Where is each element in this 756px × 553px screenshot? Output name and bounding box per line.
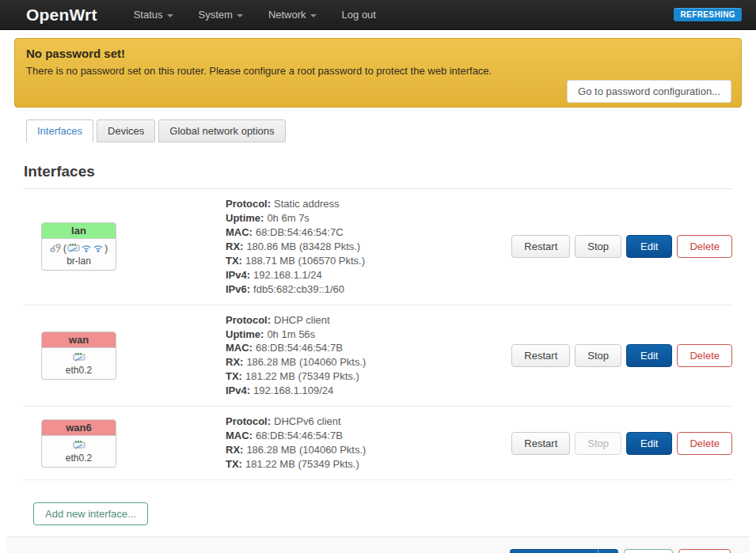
detail-value: 0h 1m 56s: [267, 328, 315, 340]
detail-value: 192.168.1.1/24: [253, 269, 322, 281]
interface-zone-header: wan6: [42, 420, 116, 436]
interface-device-icons: ( ): [44, 241, 114, 255]
interface-box-body: eth0.2: [42, 436, 116, 467]
delete-button-lan[interactable]: Delete: [677, 235, 732, 258]
detail-value: 68:DB:54:46:54:7B: [256, 430, 343, 441]
interface-row-wan: wan eth0.2 Protocol:DHCP client Uptime:0…: [24, 305, 732, 407]
no-password-alert: No password set! There is no password se…: [14, 38, 742, 108]
stop-button-wan6[interactable]: Stop: [575, 432, 621, 455]
ethernet-icon: [50, 243, 63, 253]
interface-device-icons: [44, 438, 114, 452]
menu-logout[interactable]: Log out: [332, 4, 386, 25]
interface-box-body: eth0.2: [42, 348, 116, 379]
interface-box-column: wan eth0.2: [24, 331, 226, 380]
interface-details: Protocol:Static address Uptime:0h 6m 7s …: [226, 197, 511, 297]
detail-value: 186.28 MB (104060 Pkts.): [246, 444, 366, 456]
interface-actions: Restart Stop Edit Delete: [511, 344, 732, 367]
main-menu: Status System Network Log out: [124, 4, 674, 25]
interface-device-icons: [44, 350, 114, 364]
interface-name: wan: [69, 334, 89, 346]
interface-row-lan: lan ( ) br-lan Protocol:Static address: [24, 189, 732, 305]
add-new-interface-button[interactable]: Add new interface...: [33, 502, 148, 525]
detail-value: 68:DB:54:46:54:7B: [256, 342, 343, 354]
interface-box-wan: wan eth0.2: [41, 331, 116, 380]
detail-value: 68:DB:54:46:54:7C: [256, 226, 344, 238]
interface-box-column: wan6 eth0.2: [24, 419, 226, 468]
page-actions-bar: Save & Apply Save Reset: [6, 536, 750, 553]
bracket-close: ): [104, 242, 108, 254]
page-title: Interfaces: [24, 163, 732, 189]
detail-label: IPv4:: [226, 384, 250, 396]
detail-label: MAC:: [226, 342, 253, 354]
interface-name: lan: [71, 225, 86, 237]
edit-button-wan[interactable]: Edit: [626, 344, 672, 367]
detail-label: TX:: [226, 370, 242, 382]
menu-logout-label: Log out: [342, 9, 376, 21]
interface-device-name: eth0.2: [44, 365, 114, 376]
main-content: No password set! There is no password se…: [0, 38, 756, 553]
detail-value: 188.71 MB (106570 Pkts.): [245, 255, 365, 267]
brand-logo[interactable]: OpenWrt: [26, 6, 97, 25]
detail-value: fdb5:682:cb39::1/60: [253, 283, 344, 295]
save-apply-dropdown-button[interactable]: [598, 549, 618, 553]
interface-row-wan6: wan6 eth0.2 Protocol:DHCPv6 client MAC:6…: [24, 407, 732, 480]
interface-name: wan6: [66, 422, 92, 434]
save-apply-split-button: Save & Apply: [510, 549, 619, 553]
detail-value: DHCPv6 client: [274, 415, 341, 427]
delete-button-wan6[interactable]: Delete: [677, 432, 732, 455]
wifi-icon: [81, 243, 92, 253]
detail-label: Protocol:: [226, 314, 271, 326]
detail-label: MAC:: [226, 430, 253, 441]
interface-zone-header: lan: [42, 223, 116, 239]
restart-button-lan[interactable]: Restart: [511, 235, 570, 258]
switch-icon: [73, 352, 85, 362]
detail-label: RX:: [226, 241, 243, 252]
interface-actions: Restart Stop Edit Delete: [511, 432, 732, 455]
interface-box-wan6: wan6 eth0.2: [41, 419, 116, 468]
save-button[interactable]: Save: [624, 549, 673, 553]
network-tabs: Interfaces Devices Global network option…: [26, 119, 732, 142]
go-to-password-configuration-button[interactable]: Go to password configuration...: [567, 80, 731, 103]
restart-button-wan[interactable]: Restart: [511, 344, 570, 367]
interface-actions: Restart Stop Edit Delete: [511, 235, 732, 258]
bracket-open: (: [63, 242, 66, 254]
interface-details: Protocol:DHCP client Uptime:0h 1m 56s MA…: [226, 313, 511, 399]
detail-value: 186.28 MB (104060 Pkts.): [246, 356, 366, 368]
save-apply-button[interactable]: Save & Apply: [510, 549, 598, 553]
menu-status-label: Status: [134, 9, 163, 21]
interface-details: Protocol:DHCPv6 client MAC:68:DB:54:46:5…: [226, 415, 511, 472]
edit-button-wan6[interactable]: Edit: [626, 432, 672, 455]
detail-label: Protocol:: [226, 415, 271, 427]
wifi-icon: [93, 243, 104, 253]
detail-value: 180.86 MB (83428 Pkts.): [246, 241, 360, 252]
tab-interfaces[interactable]: Interfaces: [26, 119, 93, 142]
detail-value: DHCP client: [274, 314, 330, 326]
detail-label: TX:: [226, 255, 242, 267]
menu-status[interactable]: Status: [124, 4, 183, 25]
refreshing-status-badge[interactable]: REFRESHING: [674, 8, 742, 21]
delete-button-wan[interactable]: Delete: [677, 344, 732, 367]
tab-devices[interactable]: Devices: [97, 119, 155, 142]
detail-value: 181.22 MB (75349 Pkts.): [245, 458, 359, 470]
alert-message: There is no password set on this router.…: [26, 65, 730, 77]
reset-button[interactable]: Reset: [678, 549, 731, 553]
detail-label: RX:: [226, 356, 243, 368]
detail-label: Protocol:: [226, 198, 271, 210]
detail-label: RX:: [226, 444, 243, 456]
detail-value: 0h 6m 7s: [267, 212, 309, 224]
menu-system[interactable]: System: [189, 4, 253, 25]
restart-button-wan6[interactable]: Restart: [511, 432, 570, 455]
chevron-down-icon: [237, 14, 243, 17]
detail-value: 181.22 MB (75349 Pkts.): [245, 370, 359, 382]
stop-button-wan[interactable]: Stop: [575, 344, 621, 367]
menu-system-label: System: [199, 9, 233, 21]
edit-button-lan[interactable]: Edit: [626, 235, 672, 258]
menu-network-label: Network: [268, 9, 306, 21]
interface-box-body: ( ) br-lan: [42, 239, 116, 270]
detail-label: MAC:: [226, 226, 253, 238]
detail-value: 192.168.1.109/24: [253, 384, 333, 396]
stop-button-lan[interactable]: Stop: [575, 235, 621, 258]
detail-label: IPv6:: [226, 283, 250, 295]
menu-network[interactable]: Network: [259, 4, 326, 25]
tab-global-network-options[interactable]: Global network options: [158, 119, 285, 142]
